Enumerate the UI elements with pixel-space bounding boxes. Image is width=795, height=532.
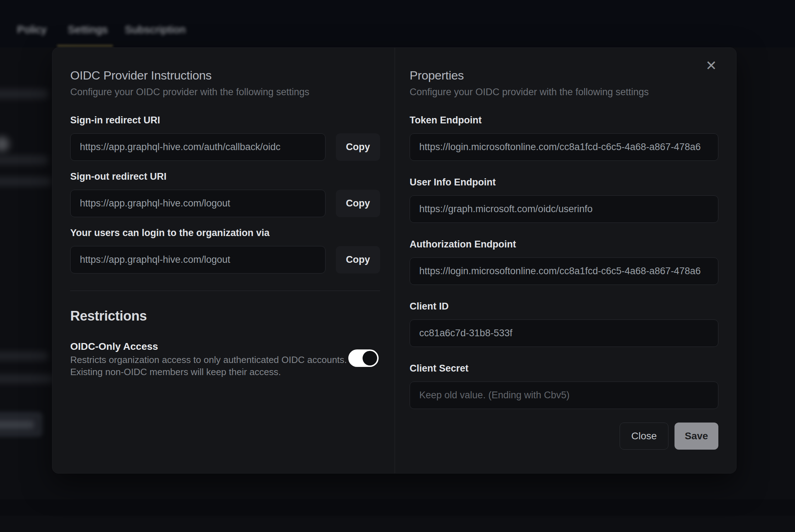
- authorization-endpoint-input[interactable]: [410, 257, 718, 285]
- instructions-column: OIDC Provider Instructions Configure you…: [70, 48, 395, 473]
- authorization-endpoint-row: [410, 257, 718, 285]
- sign-in-redirect-uri-input[interactable]: [70, 133, 325, 161]
- user-info-endpoint-input[interactable]: [410, 195, 718, 223]
- close-icon[interactable]: ✕: [701, 56, 721, 76]
- sign-in-redirect-uri-row: Copy: [70, 133, 380, 161]
- dialog-actions: Close Save: [410, 423, 718, 450]
- copy-sign-out-uri-button[interactable]: Copy: [336, 190, 380, 217]
- close-button[interactable]: Close: [620, 423, 668, 450]
- oidc-only-access-description-line2: Existing non-OIDC members will keep thei…: [70, 366, 347, 378]
- tab-settings[interactable]: Settings: [68, 24, 108, 36]
- restrictions-title: Restrictions: [70, 307, 380, 324]
- blurred-background-dot: [0, 137, 9, 152]
- blurred-background-text: [0, 177, 52, 186]
- client-id-label: Client ID: [410, 301, 718, 311]
- login-via-input[interactable]: [70, 246, 325, 273]
- page-bottom-band: [0, 499, 795, 516]
- copy-sign-in-uri-button[interactable]: Copy: [336, 133, 380, 161]
- active-tab-underline: [57, 45, 113, 47]
- properties-subtitle: Configure your OIDC provider with the fo…: [410, 86, 718, 98]
- copy-login-via-button[interactable]: Copy: [336, 246, 380, 273]
- toggle-knob: [363, 351, 377, 365]
- save-button[interactable]: Save: [675, 423, 718, 450]
- oidc-only-access-toggle[interactable]: [348, 349, 379, 367]
- sign-out-redirect-uri-label: Sign-out redirect URI: [70, 172, 380, 181]
- blurred-background-button-label: [0, 421, 34, 429]
- sign-out-redirect-uri-input[interactable]: [70, 190, 325, 217]
- login-via-label: Your users can login to the organization…: [70, 228, 380, 238]
- properties-column: Properties Configure your OIDC provider …: [395, 48, 718, 473]
- blurred-background-text: [0, 374, 53, 383]
- tab-subscription[interactable]: Subscription: [125, 24, 186, 36]
- oidc-only-access-label: OIDC-Only Access: [70, 340, 347, 353]
- authorization-endpoint-label: Authorization Endpoint: [410, 239, 718, 249]
- tab-policy[interactable]: Policy: [17, 24, 47, 36]
- login-via-row: Copy: [70, 246, 380, 273]
- section-divider: [70, 291, 380, 291]
- instructions-title: OIDC Provider Instructions: [70, 67, 380, 83]
- blurred-background-text: [0, 352, 48, 360]
- oidc-settings-dialog: ✕ OIDC Provider Instructions Configure y…: [52, 47, 737, 474]
- user-info-endpoint-row: [410, 195, 718, 223]
- client-id-row: [410, 319, 718, 347]
- token-endpoint-row: [410, 133, 718, 161]
- blurred-background-text: [0, 89, 48, 99]
- oidc-only-access-description-line1: Restricts organization access to only au…: [70, 354, 347, 366]
- sign-in-redirect-uri-label: Sign-in redirect URI: [70, 115, 380, 125]
- sign-out-redirect-uri-row: Copy: [70, 190, 380, 217]
- token-endpoint-input[interactable]: [410, 133, 718, 161]
- client-secret-row: [410, 382, 718, 409]
- client-secret-input[interactable]: [410, 382, 718, 409]
- token-endpoint-label: Token Endpoint: [410, 115, 718, 125]
- instructions-subtitle: Configure your OIDC provider with the fo…: [70, 86, 380, 98]
- client-secret-label: Client Secret: [410, 363, 718, 373]
- properties-title: Properties: [410, 67, 718, 83]
- background-tab-bar: Policy Settings Subscription: [0, 0, 795, 47]
- oidc-only-access-row: OIDC-Only Access Restricts organization …: [70, 340, 380, 378]
- blurred-background-text: [0, 155, 48, 165]
- client-id-input[interactable]: [410, 319, 718, 347]
- user-info-endpoint-label: User Info Endpoint: [410, 177, 718, 187]
